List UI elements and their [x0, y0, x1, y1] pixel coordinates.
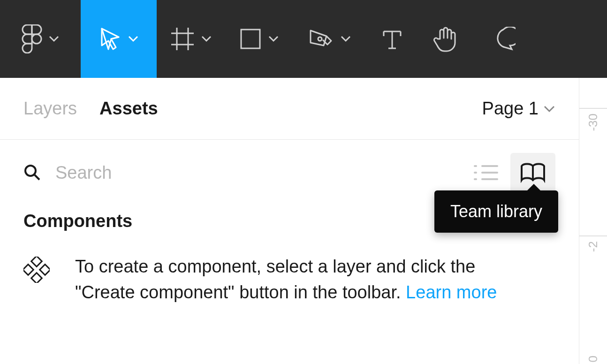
chevron-down-icon — [128, 36, 138, 42]
comment-tool-button[interactable] — [473, 0, 534, 78]
move-tool-button[interactable] — [81, 0, 157, 78]
svg-point-6 — [318, 37, 322, 41]
shape-tool-button[interactable] — [225, 0, 293, 78]
chevron-down-icon — [268, 36, 279, 42]
svg-point-0 — [32, 34, 41, 44]
svg-point-12 — [25, 166, 36, 176]
svg-rect-23 — [23, 265, 33, 275]
hand-tool-button[interactable] — [418, 0, 473, 78]
frame-icon — [170, 27, 195, 51]
page-selector[interactable]: Page 1 — [482, 99, 555, 119]
left-panel: Layers Assets Page 1 — [0, 78, 579, 364]
frame-tool-button[interactable] — [157, 0, 225, 78]
svg-rect-22 — [31, 273, 42, 283]
book-icon — [519, 161, 547, 184]
learn-more-link[interactable]: Learn more — [406, 282, 497, 302]
text-tool-button[interactable] — [366, 0, 418, 78]
team-library-tooltip: Team library — [434, 190, 558, 233]
figma-icon — [22, 24, 42, 53]
search-icon — [23, 164, 41, 182]
svg-line-13 — [35, 175, 39, 180]
panel-tabs: Layers Assets Page 1 — [0, 78, 579, 140]
tab-assets[interactable]: Assets — [99, 99, 158, 119]
list-view-button[interactable] — [468, 158, 504, 188]
svg-rect-21 — [31, 257, 42, 266]
components-empty-hint: To create a component, select a layer an… — [23, 254, 555, 305]
hand-icon — [433, 26, 458, 52]
ruler-label: 0 — [586, 356, 600, 362]
chevron-down-icon — [341, 36, 351, 42]
assets-search-row: Team library — [0, 140, 579, 205]
pen-tool-button[interactable] — [293, 0, 366, 78]
move-icon — [99, 27, 121, 51]
chevron-down-icon — [201, 36, 212, 42]
text-icon — [381, 28, 403, 50]
ruler-label: -30 — [586, 114, 600, 131]
assets-search-input[interactable] — [55, 163, 468, 183]
figma-menu-button[interactable] — [0, 0, 81, 78]
svg-rect-24 — [40, 265, 50, 275]
chevron-down-icon — [49, 36, 59, 42]
ruler-label: -2 — [586, 241, 600, 252]
comment-icon — [491, 27, 516, 51]
components-hint-text: To create a component, select a layer an… — [75, 254, 539, 305]
top-toolbar — [0, 0, 607, 78]
square-icon — [239, 28, 262, 50]
page-selector-label: Page 1 — [482, 99, 539, 119]
vertical-ruler: -30 -2 0 — [579, 78, 607, 364]
chevron-down-icon — [543, 105, 555, 113]
component-icon — [23, 257, 50, 283]
tab-layers[interactable]: Layers — [23, 99, 77, 119]
pen-icon — [308, 28, 334, 50]
svg-rect-5 — [241, 30, 260, 48]
team-library-button[interactable]: Team library — [510, 153, 555, 192]
